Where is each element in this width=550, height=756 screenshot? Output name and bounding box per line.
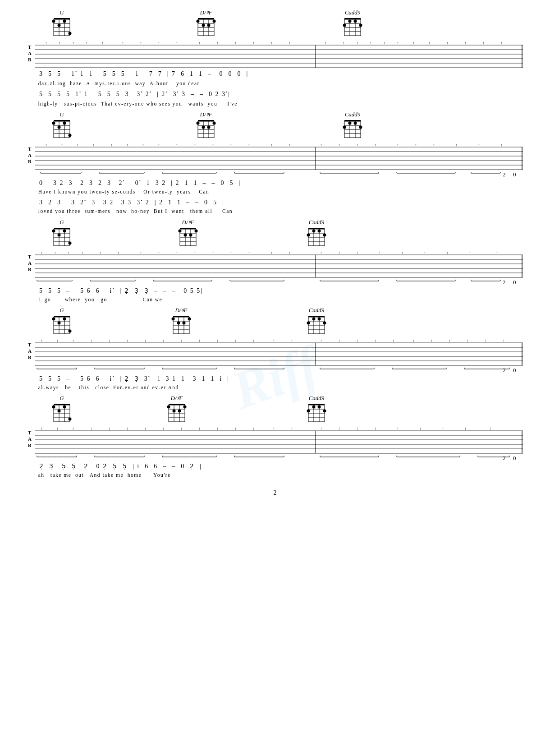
svg-point-129 — [202, 126, 205, 129]
svg-text:↑: ↑ — [320, 143, 322, 147]
svg-text:T: T — [28, 342, 32, 347]
svg-text:↑: ↑ — [90, 338, 92, 343]
svg-text:↑: ↑ — [428, 41, 431, 45]
svg-text:↑: ↑ — [449, 338, 451, 343]
svg-text:↑: ↑ — [212, 143, 214, 147]
svg-text:↑: ↑ — [270, 143, 273, 147]
svg-text:↑: ↑ — [110, 143, 113, 147]
svg-text:↑: ↑ — [320, 338, 322, 343]
chord-G-2: G — [52, 111, 72, 138]
svg-point-41 — [359, 24, 362, 27]
svg-point-343 — [318, 317, 321, 320]
chord-name-G3: G — [60, 219, 64, 226]
chord-name-Cadd9-4: Cadd9 — [309, 307, 325, 314]
svg-text:↑: ↑ — [338, 338, 340, 343]
svg-text:↑: ↑ — [374, 338, 376, 343]
svg-text:↑: ↑ — [45, 143, 47, 147]
svg-text:↑: ↑ — [489, 426, 491, 431]
svg-point-416 — [52, 405, 55, 408]
chord-G-5: G — [52, 395, 72, 422]
svg-point-444 — [312, 405, 316, 408]
svg-text:↑: ↑ — [374, 426, 376, 431]
svg-point-231 — [189, 233, 192, 236]
svg-point-344 — [307, 321, 310, 324]
svg-text:2: 2 — [503, 171, 506, 178]
svg-point-38 — [348, 20, 352, 23]
svg-point-432 — [173, 409, 176, 412]
svg-text:↑: ↑ — [122, 41, 124, 45]
chord-Cadd9-2: Cadd9 — [343, 111, 362, 138]
svg-point-243 — [318, 229, 321, 232]
svg-point-130 — [207, 126, 211, 129]
notation-4a: 5 5 5 – 5 6 6 i• | 2̣ 3̣ 3• i 3 1 1 3 1 … — [27, 373, 523, 384]
lyrics-3a: I go where you go Can we — [27, 296, 523, 303]
chord-name-DF2: D/♯F — [200, 111, 212, 118]
svg-text:↑: ↑ — [108, 426, 110, 431]
svg-text:↑: ↑ — [252, 41, 255, 45]
svg-text:A: A — [28, 348, 32, 354]
chord-diagrams-5: G — [27, 395, 523, 425]
chord-grid-DF5 — [167, 403, 187, 422]
svg-text:↑: ↑ — [41, 250, 43, 255]
svg-text:↑: ↑ — [77, 143, 79, 147]
tab-staff-2: T A B ↑ ↑ ↑ ↑ ↑ ↑ ↑ ↑ ↑ — [27, 143, 523, 178]
section-5: G — [27, 395, 523, 479]
svg-text:B: B — [28, 159, 32, 164]
svg-point-446 — [307, 409, 310, 412]
svg-point-115 — [58, 126, 61, 129]
section-1: G — [27, 9, 523, 107]
svg-text:↑: ↑ — [397, 426, 399, 431]
tab-staff-1: T A B ↑ ↑ ↑ ↑ ↑ ↑ — [27, 41, 523, 69]
svg-text:↑: ↑ — [496, 250, 498, 255]
chord-name-DF4: D/♯F — [175, 307, 188, 314]
svg-text:↑: ↑ — [158, 250, 160, 255]
chord-name-G: G — [60, 9, 64, 16]
svg-point-230 — [184, 233, 187, 236]
svg-text:↑: ↑ — [412, 41, 415, 45]
svg-point-315 — [63, 317, 66, 320]
svg-text:↑: ↑ — [397, 143, 399, 147]
svg-text:2: 2 — [503, 279, 506, 286]
svg-text:2: 2 — [503, 455, 506, 461]
svg-text:↑: ↑ — [144, 338, 147, 343]
svg-text:T: T — [28, 146, 32, 152]
svg-text:↑: ↑ — [356, 41, 358, 45]
svg-text:↑: ↑ — [216, 426, 219, 431]
svg-text:↑: ↑ — [248, 250, 250, 255]
svg-text:↑: ↑ — [68, 250, 70, 255]
svg-text:↑: ↑ — [101, 41, 104, 45]
svg-text:↑: ↑ — [356, 426, 358, 431]
svg-point-11 — [63, 20, 66, 23]
chord-DF-3: D/♯F — [178, 219, 198, 246]
chord-name-G4: G — [60, 307, 64, 314]
chord-name-DF3: D/♯F — [182, 219, 194, 226]
svg-text:↑: ↑ — [72, 41, 74, 45]
section-2: G — [27, 111, 523, 215]
svg-text:↑: ↑ — [126, 143, 128, 147]
svg-text:0: 0 — [513, 279, 516, 286]
chord-grid-DF4 — [171, 315, 191, 334]
chord-grid-DF3 — [178, 227, 198, 246]
svg-text:↑: ↑ — [270, 41, 273, 45]
chord-G-4: G — [52, 307, 72, 334]
svg-point-10 — [52, 20, 55, 23]
svg-text:T: T — [28, 430, 32, 435]
svg-point-345 — [323, 321, 326, 324]
svg-text:↑: ↑ — [482, 41, 485, 45]
section-3: G — [27, 219, 523, 303]
svg-point-27 — [207, 24, 211, 27]
svg-text:↑: ↑ — [270, 250, 273, 255]
svg-text:↑: ↑ — [198, 338, 201, 343]
svg-text:↑: ↑ — [41, 426, 43, 431]
notation-5a: 2̣ 3̣ 5̣ 5̣ 2̣ 0 2̣ 5̣ 5̣ | i 6 6 – – 0 … — [27, 461, 523, 471]
svg-point-419 — [69, 417, 72, 420]
svg-text:↑: ↑ — [248, 143, 250, 147]
svg-text:↑: ↑ — [289, 41, 291, 45]
chord-Cadd9-4: Cadd9 — [307, 307, 326, 334]
notation-3a: 5 5 5 – 5 6 6 i• | 2̣ 3̣ 3̣ – – – 0 5 5| — [27, 286, 523, 296]
svg-text:↑: ↑ — [234, 426, 237, 431]
svg-text:↑: ↑ — [198, 41, 201, 45]
svg-text:↑: ↑ — [234, 338, 237, 343]
svg-point-128 — [213, 122, 216, 125]
svg-text:↑: ↑ — [464, 426, 467, 431]
